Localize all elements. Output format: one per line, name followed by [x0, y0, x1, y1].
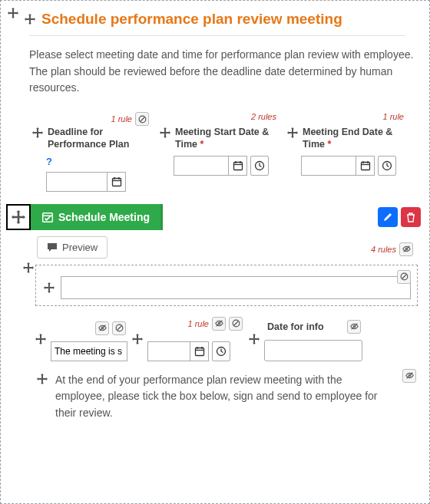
misc-row: 1 rule Date for info [6, 314, 424, 364]
hidden-icon[interactable] [399, 242, 413, 256]
help-icon[interactable]: ? [46, 156, 149, 167]
calendar-icon[interactable] [190, 341, 209, 361]
rule-count: 1 rule [187, 319, 209, 328]
divider [29, 35, 405, 36]
field-label: Deadline for Performance Plan [48, 126, 149, 151]
clock-icon[interactable] [212, 341, 230, 361]
preview-row: Preview 4 rules [6, 230, 424, 262]
clock-icon[interactable] [378, 156, 396, 176]
field-deadline: 1 rule Deadline for Performance Plan ? [26, 123, 154, 198]
footer-note-row: At the end of your performance plan revi… [6, 364, 424, 427]
trash-icon [405, 212, 416, 222]
delete-button[interactable] [401, 207, 421, 227]
move-icon[interactable] [31, 126, 45, 140]
preview-tab[interactable]: Preview [37, 236, 108, 259]
field-label: Meeting Start Date & Time * [175, 126, 276, 151]
section-block: Schedule performance plan review meeting… [3, 3, 427, 430]
move-icon[interactable] [6, 6, 20, 20]
rule-count: 4 rules [371, 245, 396, 254]
schedule-meeting-button[interactable]: Schedule Meeting [31, 204, 163, 230]
meeting-text-field [51, 321, 127, 361]
middle-input[interactable] [147, 341, 190, 361]
preview-panel [35, 265, 418, 306]
fields-row: 1 rule Deadline for Performance Plan ? 2… [6, 123, 424, 198]
move-icon[interactable] [286, 126, 299, 140]
schedule-row: Schedule Meeting [6, 204, 424, 230]
calendar-icon[interactable] [229, 156, 247, 176]
move-icon[interactable] [35, 372, 49, 386]
start-input[interactable] [174, 156, 229, 176]
hidden-icon[interactable] [347, 320, 361, 334]
field-label: Meeting End Date & Time * [303, 126, 404, 151]
edit-button[interactable] [378, 207, 398, 227]
date-info-field: Date for info [264, 320, 362, 361]
rule-count: 2 rules [251, 112, 276, 121]
clock-icon[interactable] [250, 156, 269, 176]
end-input[interactable] [301, 156, 356, 176]
hidden-icon[interactable] [402, 369, 416, 383]
rule-count: 1 rule [111, 114, 132, 124]
calendar-check-icon [41, 211, 54, 223]
disabled-icon[interactable] [112, 321, 126, 335]
meeting-text-input[interactable] [51, 341, 127, 361]
schedule-button-label: Schedule Meeting [58, 211, 150, 223]
field-meeting-end: 1 rule Meeting End Date & Time * [281, 123, 408, 198]
calendar-icon[interactable] [108, 172, 126, 192]
hidden-icon[interactable] [95, 321, 109, 335]
move-icon[interactable] [247, 332, 261, 346]
disabled-icon[interactable] [397, 270, 411, 284]
hidden-icon[interactable] [212, 317, 226, 331]
move-handle-selected[interactable] [6, 204, 31, 230]
middle-datetime-field: 1 rule [147, 317, 244, 361]
rule-count: 1 rule [382, 112, 404, 121]
disabled-icon[interactable] [135, 112, 149, 126]
section-title: Schedule performance plan review meeting [41, 11, 342, 28]
preview-input[interactable] [61, 276, 411, 299]
field-meeting-start: 2 rules Meeting Start Date & Time * [154, 123, 281, 198]
footer-note-text: At the end of your performance plan revi… [55, 372, 393, 422]
field-label: Date for info [267, 321, 324, 332]
section-description: Please select meeting date and time for … [6, 47, 424, 107]
date-info-input[interactable] [264, 340, 362, 361]
move-icon[interactable] [34, 332, 48, 346]
move-icon[interactable] [23, 12, 37, 26]
move-icon[interactable] [131, 332, 144, 346]
comment-icon [47, 242, 58, 252]
move-icon[interactable] [158, 126, 172, 140]
form-builder-canvas: Schedule performance plan review meeting… [0, 0, 430, 504]
pencil-icon [382, 212, 393, 222]
move-icon[interactable] [42, 281, 56, 295]
preview-label: Preview [62, 242, 98, 253]
disabled-icon[interactable] [229, 317, 243, 331]
deadline-input[interactable] [46, 172, 108, 192]
move-icon[interactable] [22, 261, 35, 275]
calendar-icon[interactable] [356, 156, 375, 176]
